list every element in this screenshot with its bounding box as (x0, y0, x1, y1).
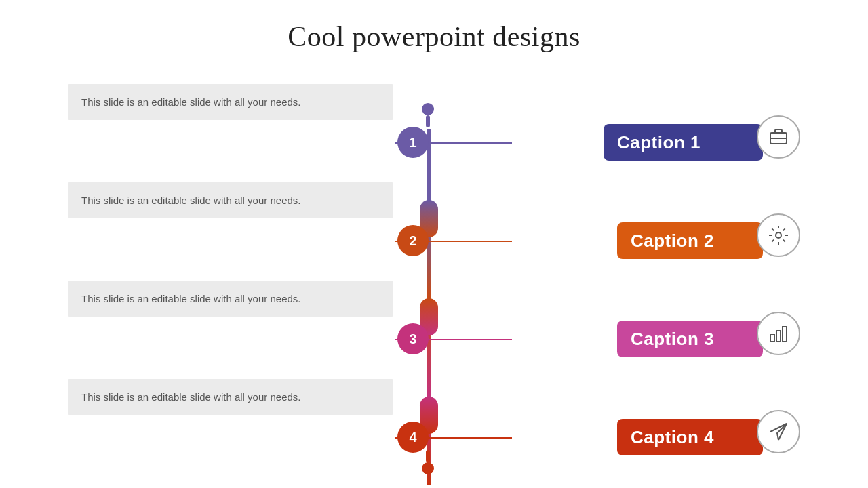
caption-block-1: Caption 1 (604, 124, 763, 161)
chart-icon (768, 323, 789, 344)
text-box-4: This slide is an editable slide with all… (68, 379, 393, 415)
slide-title: Cool powerpoint designs (0, 0, 868, 53)
text-box-1: This slide is an editable slide with all… (68, 84, 393, 120)
caption-block-4: Caption 4 (617, 419, 763, 455)
send-icon (768, 421, 789, 443)
icon-circle-2 (757, 214, 800, 257)
icon-circle-4 (757, 410, 800, 453)
node-4: 4 (397, 422, 429, 453)
svg-rect-5 (783, 327, 787, 342)
text-box-3: This slide is an editable slide with all… (68, 281, 393, 317)
gear-icon (768, 224, 789, 246)
svg-rect-4 (776, 331, 781, 342)
icon-circle-1 (757, 115, 800, 159)
svg-rect-3 (770, 335, 774, 342)
caption-block-2: Caption 2 (617, 222, 763, 259)
icon-circle-3 (757, 312, 800, 355)
node-2: 2 (397, 225, 429, 256)
text-box-2: This slide is an editable slide with all… (68, 182, 393, 218)
bottom-pin (422, 450, 434, 474)
top-teardrop (422, 103, 434, 127)
briefcase-icon (768, 126, 789, 148)
svg-point-2 (776, 232, 781, 238)
content-area: This slide is an editable slide with all… (0, 75, 868, 488)
node-3: 3 (397, 323, 429, 354)
caption-block-3: Caption 3 (617, 321, 763, 357)
node-1: 1 (397, 127, 429, 158)
